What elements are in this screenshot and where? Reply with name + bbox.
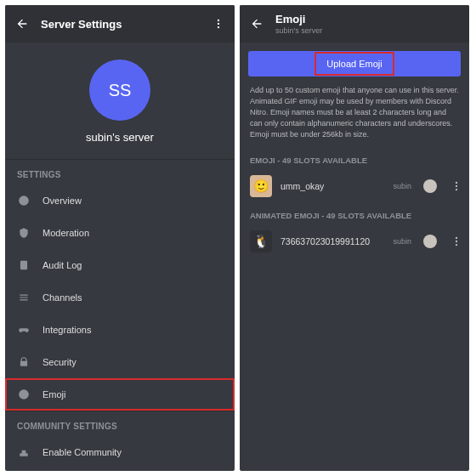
shield-icon [17,226,31,240]
menu-item-auditlog[interactable]: Audit Log [5,249,235,281]
info-icon [17,194,31,207]
static-emoji-header: EMOJI - 49 SLOTS AVAILABLE [240,145,469,172]
svg-point-0 [218,20,219,21]
menu-label: Moderation [42,228,89,238]
server-name: subin's server [86,131,154,144]
emoji-screen: Emoji subin's server Upload Emoji Add up… [240,5,469,471]
more-vert-icon[interactable] [450,180,462,192]
more-vert-icon[interactable] [212,18,224,30]
screen-subtitle: subin's server [275,26,322,35]
svg-point-4 [19,389,29,400]
channels-icon [17,291,31,304]
server-avatar[interactable]: SS [89,60,150,121]
emoji-uploader: subin [393,182,411,190]
emoji-thumbnail: 🙂 [250,175,272,197]
svg-point-1 [218,23,219,25]
title-block: Emoji subin's server [275,13,322,35]
emoji-thumbnail: 🐧 [250,230,272,252]
svg-point-5 [456,182,457,184]
svg-point-8 [456,237,457,239]
section-header-community: COMMUNITY SETTINGS [5,411,235,436]
menu-label: Integrations [42,325,91,335]
gamepad-icon [17,323,31,337]
menu-label: Security [42,357,76,367]
community-icon [17,445,31,459]
server-settings-screen: Server Settings SS subin's server SETTIN… [5,5,235,471]
emoji-row[interactable]: 🐧 736637023019991120 subin [240,227,469,256]
menu-label: Audit Log [42,260,82,270]
screen-title: Server Settings [41,18,122,31]
emoji-name: 736637023019991120 [280,236,384,246]
server-initials: SS [109,81,132,100]
back-arrow-icon[interactable] [250,17,264,31]
upload-wrap: Upload Emoji [240,42,469,76]
menu-item-emoji[interactable]: Emoji [5,378,235,411]
menu-label: Overview [42,196,82,206]
screen-title: Emoji [275,13,322,26]
emoji-row[interactable]: 🙂 umm_okay subin [240,172,469,201]
back-arrow-icon[interactable] [15,17,29,31]
upload-emoji-button[interactable]: Upload Emoji [248,51,461,76]
emoji-name: umm_okay [280,181,384,191]
menu-label: Emoji [42,389,66,400]
menu-label: Enable Community [42,447,122,457]
menu-item-channels[interactable]: Channels [5,281,235,314]
svg-point-9 [456,241,457,242]
menu-item-moderation[interactable]: Moderation [5,217,235,249]
menu-item-security[interactable]: Security [5,346,235,378]
uploader-avatar [423,179,437,193]
svg-point-6 [456,185,457,187]
emoji-icon [17,388,31,401]
uploader-avatar [423,235,437,248]
menu-label: Channels [42,292,82,303]
section-header-settings: SETTINGS [5,159,235,184]
svg-point-10 [456,244,457,246]
menu-item-overview[interactable]: Overview [5,184,235,217]
clipboard-icon [17,258,31,272]
svg-point-2 [218,26,219,28]
svg-point-7 [456,189,457,190]
server-hero: SS subin's server [5,42,235,159]
lock-icon [17,355,31,369]
highlight-box [314,52,394,76]
topbar: Server Settings [5,5,235,42]
menu-item-enable-community[interactable]: Enable Community [5,436,235,468]
menu-item-integrations[interactable]: Integrations [5,314,235,346]
more-vert-icon[interactable] [450,235,462,247]
emoji-uploader: subin [393,237,411,246]
topbar: Emoji subin's server [240,5,469,42]
svg-point-3 [19,196,29,206]
animated-emoji-header: ANIMATED EMOJI - 49 SLOTS AVAILABLE [240,201,469,227]
emoji-description: Add up to 50 custom emoji that anyone ca… [240,76,469,145]
